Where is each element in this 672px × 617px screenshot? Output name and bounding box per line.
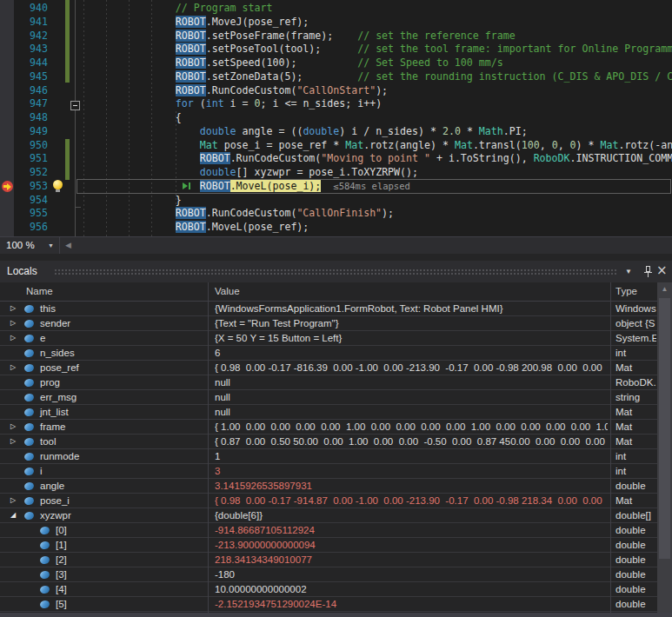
variable-value[interactable]: {X = 50 Y = 15 Button = Left} [215,333,608,343]
expand-arrow-icon[interactable]: ▷ [10,319,16,328]
variable-type: double [615,599,656,609]
locals-row-i[interactable]: i3int [0,464,657,479]
code-line-955[interactable]: ROBOT.RunCodeCustom("CallOnFinish"); [176,207,394,221]
variable-value[interactable]: -2.1521934751290024E-14 [215,599,608,609]
run-to-cursor-icon[interactable] [183,182,191,190]
locals-row-[0][interactable]: [0]-914.86687105112924double [0,523,657,538]
editor-bottom-bar: 100 % ▼ ◀ [0,236,672,254]
locals-row-[2][interactable]: [2]218.34134349010077double [0,553,657,567]
variable-type: RoboDK. [615,377,656,388]
bottom-splitter[interactable] [0,613,672,617]
lightbulb-quick-actions-icon[interactable] [53,180,63,189]
locals-row-xyzwpr[interactable]: ◢xyzwpr{double[6]}double[] [0,508,657,523]
editor-zoom-control[interactable]: 100 % ▼ [0,237,59,255]
variable-value[interactable]: {double[6]} [215,510,608,521]
code-line-942[interactable]: ROBOT.setPoseFrame(frame); // set the re… [176,30,516,43]
variable-value[interactable]: -180 [215,569,608,580]
line-number: 946 [13,84,48,98]
close-icon[interactable]: × [656,262,668,278]
code-line-948[interactable]: { [176,111,182,125]
expand-arrow-icon[interactable]: ▷ [10,363,16,372]
code-line-944[interactable]: ROBOT.setSpeed(100); // Set Speed to 100… [176,56,503,70]
collapse-arrow-icon[interactable]: ◢ [10,511,16,520]
code-line-945[interactable]: ROBOT.setZoneData(5); // set the roundin… [176,70,672,84]
locals-row-frame[interactable]: ▷frame{ 1.00 0.00 0.00 0.00 0.00 1.00 0.… [0,420,657,435]
variable-value[interactable]: 3 [215,466,608,476]
expand-arrow-icon[interactable]: ▷ [10,437,16,446]
code-line-940[interactable]: // Program start [176,2,273,16]
variable-value[interactable]: {WindowsFormsApplication1.FormRobot, Tex… [215,303,608,314]
code-line-947[interactable]: for (int i = 0; i <= n_sides; i++) [176,97,382,111]
code-line-953[interactable]: ROBOT.MoveL(pose_i);≤584ms elapsed [200,180,410,194]
scroll-up-arrow-icon[interactable]: ▲ [657,282,672,295]
locals-title-bar[interactable]: Locals ▼ × [0,261,672,282]
variable-value[interactable]: -914.86687105112924 [215,525,608,535]
variable-value[interactable]: { 0.98 0.00 -0.17 -914.87 0.00 -1.00 0.0… [215,495,608,506]
code-line-946[interactable]: ROBOT.RunCodeCustom("CallOnStart"); [176,84,388,98]
variable-value[interactable]: 6 [215,348,608,358]
locals-row-tool[interactable]: ▷tool{ 0.87 0.00 0.50 50.00 0.00 1.00 0.… [0,435,657,449]
variable-value[interactable]: -213.90000000000094 [215,540,608,550]
variable-value[interactable]: { 0.87 0.00 0.50 50.00 0.00 1.00 0.00 0.… [215,436,608,447]
locals-row-[3][interactable]: [3]-180double [0,567,657,582]
hscroll-left-arrow-icon[interactable]: ◀ [65,241,71,249]
locals-row-n_sides[interactable]: n_sides6int [0,346,657,361]
code-line-954[interactable]: } [176,194,182,208]
locals-scrollbar[interactable]: ▲ [657,282,672,613]
column-header-type[interactable]: Type [615,286,637,296]
code-line-956[interactable]: ROBOT.MoveL(pose_ref); [176,221,309,235]
code-line-943[interactable]: ROBOT.setPoseTool(tool); // set the tool… [176,43,672,56]
expand-arrow-icon[interactable]: ▷ [10,334,16,342]
expand-arrow-icon[interactable]: ▷ [10,496,16,505]
visual-studio-debug-view: 940// Program start941ROBOT.MoveJ(pose_r… [0,0,672,617]
pin-icon[interactable] [643,265,653,278]
code-line-941[interactable]: ROBOT.MoveJ(pose_ref); [176,16,309,30]
window-position-menu-icon[interactable]: ▼ [625,268,632,275]
code-line-952[interactable]: double[] xyzwpr = pose_i.ToXYZRPW(); [200,166,418,180]
variable-value[interactable]: {Text = "Run Test Program"} [215,318,608,328]
code-line-950[interactable]: Mat pose_i = pose_ref * Mat.rotz(angle) … [200,139,672,153]
locals-row-runmode[interactable]: runmode1int [0,449,657,464]
code-editor[interactable]: 940// Program start941ROBOT.MoveJ(pose_r… [0,0,672,236]
code-line-951[interactable]: ROBOT.RunCodeCustom("Moving to point " +… [200,152,672,166]
column-header-name[interactable]: Name [26,286,53,296]
column-divider[interactable] [610,282,611,613]
code-token: Mat [455,139,473,151]
expand-arrow-icon[interactable]: ▷ [10,304,16,313]
locals-row-sender[interactable]: ▷sender{Text = "Run Test Program"}object… [0,316,657,331]
variable-name: [4] [56,584,67,594]
perf-tip[interactable]: ≤584ms elapsed [333,181,410,191]
locals-row-jnt_list[interactable]: jnt_listnullMat [0,405,657,420]
variable-value[interactable]: 10.00000000000002 [215,584,608,594]
locals-row-angle[interactable]: angle3.1415926535897931double [0,479,657,494]
locals-row-[1][interactable]: [1]-213.90000000000094double [0,538,657,553]
variable-value[interactable]: null [215,392,608,402]
line-number: 956 [13,221,48,235]
locals-row-[4][interactable]: [4]10.00000000000002double [0,582,657,597]
variable-value[interactable]: 218.34134349010077 [215,554,608,565]
breakpoint-current-statement-icon[interactable] [2,181,13,192]
variable-value[interactable]: { 0.98 0.00 -0.17 -816.39 0.00 -1.00 0.0… [215,362,608,373]
locals-row-e[interactable]: ▷e{X = 50 Y = 15 Button = Left}System.E [0,331,657,346]
locals-row-pose_ref[interactable]: ▷pose_ref{ 0.98 0.00 -0.17 -816.39 0.00 … [0,361,657,375]
locals-row-this[interactable]: ▷this{WindowsFormsApplication1.FormRobot… [0,302,657,316]
scrollbar-thumb[interactable] [659,298,670,559]
variable-value[interactable]: null [215,377,608,388]
column-divider[interactable] [208,282,209,613]
variable-value[interactable]: null [215,407,608,417]
code-line-949[interactable]: double angle = ((double) i / n_sides) * … [200,125,528,139]
variable-value[interactable]: 1 [215,451,608,461]
code-token: 0 [552,139,558,151]
variable-icon [39,541,50,550]
variable-value[interactable]: 3.1415926535897931 [215,481,608,491]
collapse-region-toggle[interactable] [70,101,80,110]
variable-value[interactable]: { 1.00 0.00 0.00 0.00 0.00 1.00 0.00 0.0… [215,421,608,432]
code-token: double [303,125,339,137]
locals-row-pose_i[interactable]: ▷pose_i{ 0.98 0.00 -0.17 -914.87 0.00 -1… [0,494,657,508]
locals-row-[5][interactable]: [5]-2.1521934751290024E-14double [0,597,657,612]
column-header-value[interactable]: Value [215,286,240,296]
locals-row-err_msg[interactable]: err_msgnullstring [0,390,657,405]
locals-row-prog[interactable]: prognullRoboDK. [0,375,657,390]
expand-arrow-icon[interactable]: ▷ [10,422,16,431]
breakpoint-margin[interactable] [0,0,14,236]
